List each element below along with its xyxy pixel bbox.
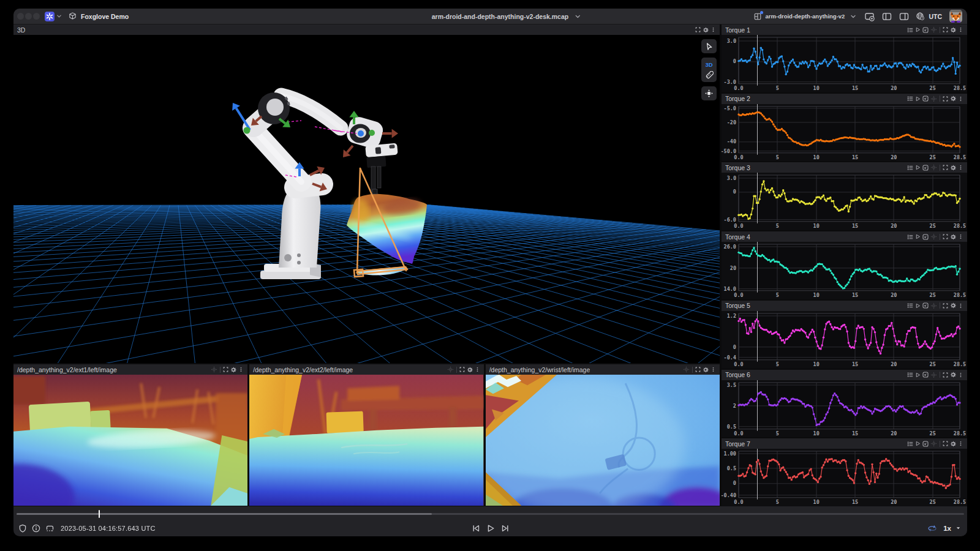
fullscreen-icon[interactable]: [943, 234, 948, 239]
move-icon[interactable]: [447, 366, 454, 373]
legend-icon[interactable]: [907, 372, 913, 378]
more-icon[interactable]: [958, 96, 963, 102]
download-data-icon[interactable]: [922, 372, 929, 378]
more-icon[interactable]: [958, 234, 963, 239]
plot-chart-torque-5[interactable]: 1.20-0.40.051015202528.5: [722, 311, 967, 369]
panel-3d-header[interactable]: 3D: [13, 24, 720, 35]
plot-chart-torque-4[interactable]: 26.02014.00.051015202528.5: [722, 242, 967, 299]
plot-panel-header[interactable]: Torque 1: [722, 24, 967, 35]
more-icon[interactable]: [958, 27, 963, 32]
plot-panel-header[interactable]: Torque 3: [722, 162, 967, 173]
settings-icon[interactable]: [950, 96, 956, 102]
follow-playback-icon[interactable]: [915, 165, 921, 170]
settings-icon[interactable]: [950, 441, 956, 447]
move-icon[interactable]: [683, 366, 690, 373]
fullscreen-icon[interactable]: [943, 303, 948, 309]
data-integrity-button[interactable]: [17, 522, 29, 535]
fullscreen-icon[interactable]: [943, 165, 948, 170]
move-icon[interactable]: [930, 96, 937, 102]
settings-icon[interactable]: [950, 372, 956, 378]
settings-icon[interactable]: [950, 165, 956, 171]
panel-image-ext1-header[interactable]: /depth_anything_v2/ext1/left/image: [13, 364, 247, 375]
follow-playback-icon[interactable]: [915, 303, 921, 309]
more-icon[interactable]: [958, 165, 963, 170]
legend-icon[interactable]: [907, 441, 913, 447]
more-icon[interactable]: [475, 367, 480, 372]
follow-playback-icon[interactable]: [915, 234, 921, 239]
more-icon[interactable]: [710, 27, 716, 32]
follow-playback-icon[interactable]: [915, 372, 921, 378]
fullscreen-icon[interactable]: [943, 96, 948, 102]
move-icon[interactable]: [211, 366, 217, 373]
fullscreen-icon[interactable]: [943, 441, 948, 446]
move-icon[interactable]: [930, 440, 937, 447]
right-sidebar-toggle[interactable]: [895, 10, 913, 23]
fullscreen-icon[interactable]: [459, 367, 465, 372]
plot-panel-header[interactable]: Torque 2: [722, 94, 967, 104]
plot-panel-header[interactable]: Torque 7: [722, 438, 967, 449]
panel-image-ext2-header[interactable]: /depth_anything_v2/ext2/left/image: [249, 364, 483, 375]
view-mode-3d-button[interactable]: 3D: [705, 59, 712, 70]
more-icon[interactable]: [958, 303, 963, 309]
download-data-icon[interactable]: [922, 165, 929, 171]
left-sidebar-toggle[interactable]: [878, 10, 895, 23]
plot-panel-header[interactable]: Torque 5: [722, 301, 967, 311]
legend-icon[interactable]: [907, 96, 913, 102]
move-icon[interactable]: [930, 164, 937, 171]
panel-image-wrist-header[interactable]: /depth_anything_v2/wrist/left/image: [486, 364, 720, 375]
play-button[interactable]: [484, 522, 497, 535]
download-data-icon[interactable]: [922, 234, 929, 240]
plot-chart-torque-3[interactable]: 3.00-6.00.051015202528.5: [722, 173, 967, 230]
add-panel-button[interactable]: [861, 10, 878, 23]
playback-info-button[interactable]: [30, 522, 42, 535]
download-data-icon[interactable]: [922, 441, 929, 447]
loop-playback-button[interactable]: [927, 524, 937, 533]
plot-panel-header[interactable]: Torque 6: [722, 370, 967, 380]
more-icon[interactable]: [958, 441, 963, 446]
download-data-icon[interactable]: [922, 96, 929, 102]
plot-chart-torque-1[interactable]: 3.00-3.00.051015202528.5: [722, 35, 967, 92]
settings-icon[interactable]: [467, 367, 473, 373]
plot-chart-torque-6[interactable]: 3.520.50.051015202528.5: [722, 380, 967, 438]
timeline-playhead[interactable]: [99, 510, 100, 518]
zoom-button[interactable]: [33, 13, 40, 20]
select-tool-button[interactable]: [701, 39, 717, 53]
legend-icon[interactable]: [907, 302, 913, 309]
user-avatar[interactable]: [949, 10, 962, 23]
move-icon[interactable]: [930, 26, 937, 33]
plot-chart-torque-7[interactable]: 1.000.50-0.400.051015202528.5: [722, 449, 967, 506]
move-icon[interactable]: [930, 233, 937, 240]
fullscreen-icon[interactable]: [943, 372, 948, 378]
seek-forward-button[interactable]: [499, 522, 511, 535]
legend-icon[interactable]: [907, 165, 913, 171]
scene-3d[interactable]: 3D: [13, 35, 720, 363]
move-icon[interactable]: [930, 302, 937, 309]
plot-panel-header[interactable]: Torque 4: [722, 231, 967, 242]
fullscreen-icon[interactable]: [695, 27, 701, 32]
data-source[interactable]: Foxglove Demo: [68, 12, 129, 21]
seek-backward-button[interactable]: [470, 522, 482, 535]
depth-image-ext1[interactable]: [13, 375, 247, 506]
settings-icon[interactable]: [703, 367, 709, 373]
follow-playback-icon[interactable]: [915, 27, 921, 32]
settings-icon[interactable]: [950, 234, 956, 240]
follow-playback-icon[interactable]: [915, 96, 921, 102]
download-data-icon[interactable]: [922, 27, 929, 33]
more-icon[interactable]: [710, 367, 716, 372]
fullscreen-icon[interactable]: [943, 27, 948, 32]
foxglove-logo[interactable]: [45, 12, 55, 21]
loop-range-button[interactable]: [43, 522, 56, 535]
settings-icon[interactable]: [950, 302, 956, 309]
playback-speed-selector[interactable]: 1x: [943, 525, 961, 532]
download-data-icon[interactable]: [922, 302, 929, 309]
legend-icon[interactable]: [907, 234, 913, 240]
minimize-button[interactable]: [25, 13, 32, 20]
settings-icon[interactable]: [950, 27, 956, 33]
depth-image-ext2[interactable]: [249, 375, 483, 506]
legend-icon[interactable]: [907, 27, 913, 33]
settings-icon[interactable]: [230, 367, 236, 373]
depth-image-wrist[interactable]: [486, 375, 720, 506]
timezone-selector[interactable]: UTC: [915, 12, 942, 21]
follow-playback-icon[interactable]: [915, 441, 921, 446]
move-icon[interactable]: [930, 372, 937, 378]
